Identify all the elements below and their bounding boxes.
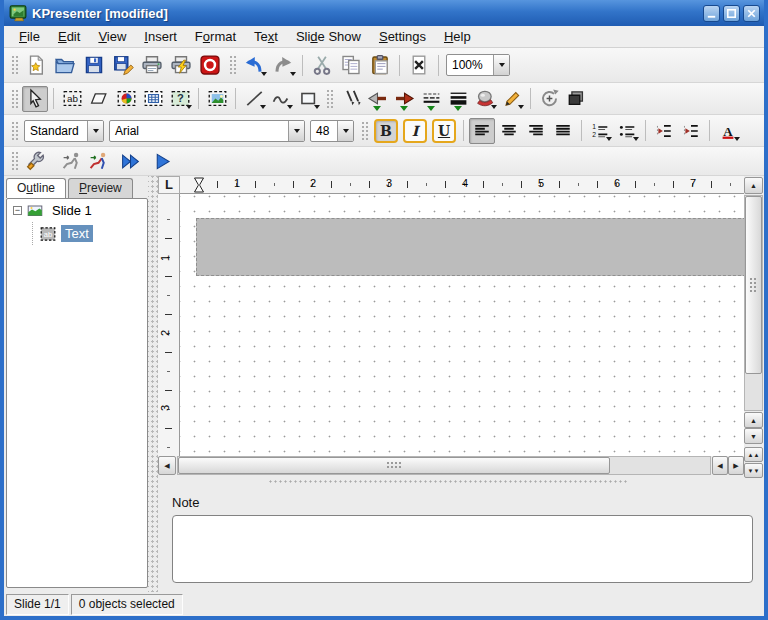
undo-button[interactable] xyxy=(240,51,268,79)
slide-transition-button[interactable] xyxy=(58,148,84,174)
scroll-up-button-2[interactable]: ▲ xyxy=(744,412,763,428)
toolbar-handle[interactable] xyxy=(10,120,18,142)
tab-preview[interactable]: Preview xyxy=(68,178,133,198)
font-color-button[interactable]: A xyxy=(715,118,741,144)
align-right-button[interactable] xyxy=(523,118,549,144)
scroll-up-button[interactable]: ▲ xyxy=(744,177,763,194)
object-effect-button[interactable] xyxy=(85,148,111,174)
menu-format[interactable]: Format xyxy=(186,27,245,46)
freehand-tool-button[interactable] xyxy=(268,86,294,112)
rectangle-tool-button[interactable] xyxy=(295,86,321,112)
tree-item-text[interactable]: abText xyxy=(7,222,147,245)
text-tool-button[interactable]: ab xyxy=(59,86,85,112)
increase-indent-button[interactable] xyxy=(678,118,704,144)
horizontal-scrollbar-thumb[interactable] xyxy=(178,457,610,474)
save-button[interactable] xyxy=(80,51,108,79)
numbered-list-button[interactable]: 12 xyxy=(587,118,613,144)
titlebar[interactable]: KPresenter [modified] xyxy=(4,0,764,26)
menu-edit[interactable]: Edit xyxy=(49,27,89,46)
save-as-button[interactable] xyxy=(109,51,137,79)
collapse-expander-icon[interactable]: − xyxy=(13,206,22,215)
font-size-combo-value[interactable]: 48 xyxy=(311,121,337,141)
toolbar-handle[interactable] xyxy=(228,54,236,76)
tab-outline[interactable]: Outline xyxy=(6,178,66,198)
style-combo-value[interactable]: Standard xyxy=(25,121,87,141)
scroll-left-button-2[interactable]: ◀ xyxy=(712,456,728,475)
horizontal-scrollbar-track[interactable] xyxy=(177,456,711,475)
cut-button[interactable] xyxy=(308,51,336,79)
ruler-indent-marker[interactable] xyxy=(193,177,205,193)
minimize-button[interactable] xyxy=(703,5,720,22)
vertical-scrollbar-thumb[interactable] xyxy=(745,196,762,374)
scroll-down-button[interactable]: ▼ xyxy=(744,428,763,444)
underline-button[interactable]: U xyxy=(432,119,456,143)
start-presentation-button[interactable] xyxy=(149,148,175,174)
copy-button[interactable] xyxy=(337,51,365,79)
toolbar-handle[interactable] xyxy=(10,88,18,110)
document-info-button[interactable] xyxy=(196,51,224,79)
image-tool-button[interactable] xyxy=(204,86,230,112)
toolbar-handle[interactable] xyxy=(360,120,368,142)
font-size-combo-dropdown-button[interactable] xyxy=(337,121,353,141)
slide-canvas[interactable] xyxy=(180,194,744,456)
vertical-scrollbar-track[interactable] xyxy=(744,195,763,411)
tree-item-slide-1[interactable]: −Slide 1 xyxy=(7,199,147,222)
open-button[interactable] xyxy=(51,51,79,79)
quick-print-button[interactable] xyxy=(167,51,195,79)
font-size-combo[interactable]: 48 xyxy=(310,120,354,142)
tab-type-selector[interactable]: L xyxy=(158,176,180,194)
dash-style-button[interactable] xyxy=(418,86,444,112)
print-button[interactable] xyxy=(138,51,166,79)
zoom-combo[interactable]: 100% xyxy=(446,54,510,76)
redo-button[interactable] xyxy=(269,51,297,79)
menu-text[interactable]: Text xyxy=(245,27,287,46)
fill-color-button[interactable] xyxy=(472,86,498,112)
line-tool-button[interactable] xyxy=(241,86,267,112)
title-text-placeholder[interactable] xyxy=(196,218,744,276)
sidebar-splitter[interactable] xyxy=(148,176,158,592)
menu-slide-show[interactable]: Slide Show xyxy=(287,27,370,46)
toolbar-handle[interactable] xyxy=(10,54,18,76)
align-center-button[interactable] xyxy=(496,118,522,144)
configure-button[interactable] xyxy=(22,148,48,174)
note-textarea[interactable] xyxy=(172,515,753,583)
menu-help[interactable]: Help xyxy=(435,27,480,46)
arrow-end-button[interactable] xyxy=(391,86,417,112)
maximize-button[interactable] xyxy=(723,5,740,22)
delete-button[interactable] xyxy=(405,51,433,79)
note-splitter[interactable] xyxy=(268,479,628,484)
chart-tool-button[interactable] xyxy=(113,86,139,112)
italic-button[interactable]: I xyxy=(403,119,427,143)
arrow-begin-button[interactable] xyxy=(364,86,390,112)
menu-settings[interactable]: Settings xyxy=(370,27,435,46)
next-slide-button[interactable]: ▼▼ xyxy=(744,463,763,478)
scroll-left-button[interactable]: ◀ xyxy=(158,456,176,475)
line-width-button[interactable] xyxy=(445,86,471,112)
toolbar-handle[interactable] xyxy=(10,150,18,172)
autoform-tool-button[interactable] xyxy=(86,86,112,112)
zoom-combo-dropdown-button[interactable] xyxy=(493,55,509,75)
menu-view[interactable]: View xyxy=(89,27,135,46)
font-combo-dropdown-button[interactable] xyxy=(288,121,304,141)
decrease-indent-button[interactable] xyxy=(651,118,677,144)
object-tool-button[interactable]: ? xyxy=(167,86,193,112)
rotate-button[interactable] xyxy=(536,86,562,112)
new-button[interactable] xyxy=(22,51,50,79)
start-from-first-button[interactable] xyxy=(117,148,143,174)
style-combo-dropdown-button[interactable] xyxy=(87,121,103,141)
pen-style-button[interactable] xyxy=(337,86,363,112)
scroll-right-button[interactable]: ▶ xyxy=(728,456,744,475)
bullet-list-button[interactable] xyxy=(614,118,640,144)
menu-insert[interactable]: Insert xyxy=(135,27,186,46)
select-tool-button[interactable] xyxy=(22,86,48,112)
font-combo-value[interactable]: Arial xyxy=(110,121,288,141)
table-tool-button[interactable] xyxy=(140,86,166,112)
bold-button[interactable]: B xyxy=(374,119,398,143)
style-combo[interactable]: Standard xyxy=(24,120,104,142)
align-left-button[interactable] xyxy=(469,118,495,144)
previous-slide-button[interactable]: ▲▲ xyxy=(744,447,763,462)
pen-color-button[interactable] xyxy=(499,86,525,112)
menu-file[interactable]: File xyxy=(10,27,49,46)
paste-button[interactable] xyxy=(366,51,394,79)
close-button[interactable] xyxy=(743,5,760,22)
